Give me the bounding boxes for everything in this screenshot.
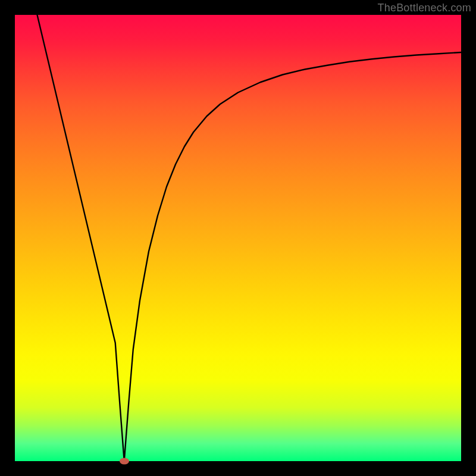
bottleneck-curve [37,15,462,461]
optimal-point-marker [120,458,129,465]
chart-frame: TheBottleneck.com [0,0,476,476]
curve-layer [15,15,461,461]
watermark-text: TheBottleneck.com [378,2,471,14]
plot-area [15,15,461,461]
